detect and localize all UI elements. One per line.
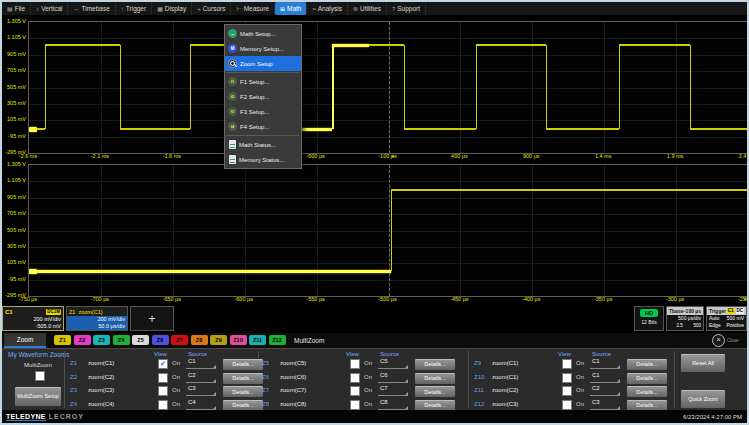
tab-z11[interactable]: Z11 [249,335,266,345]
tab-z9[interactable]: Z9 [210,335,227,345]
view-on-checkbox-z7[interactable] [350,386,360,396]
details-button-z6[interactable]: Details... [414,372,456,385]
view-on-checkbox-z4[interactable] [158,400,168,410]
channel-c1-descriptor[interactable]: C1 DC1M 200 mV/div -505.0 mV [2,306,64,331]
source-select-z10[interactable]: C1 [590,372,620,383]
zoom-waveform-grid[interactable]: 1.305 V1.105 V905 mV705 mV505 mV305 mV10… [0,164,749,305]
quick-zoom-button[interactable]: Quick Zoom [680,389,726,409]
zoom-grid-plot-area[interactable] [28,164,749,297]
tab-z10[interactable]: Z10 [230,335,247,345]
tab-zoom[interactable]: Zoom [4,333,46,348]
source-select-z2[interactable]: C2 [186,372,216,383]
tab-multizoom[interactable]: MultiZoom [294,333,324,348]
view-on-checkbox-z9[interactable] [562,359,572,369]
zoom-function-z5: zoom(C5) [280,360,306,366]
view-on-checkbox-z1[interactable]: ✔ [158,359,168,369]
view-on-checkbox-z12[interactable] [562,400,572,410]
add-trace-button[interactable]: + [130,306,174,331]
menu-item-f3-setup[interactable]: f3F3 Setup... [225,104,301,119]
multizoom-setup-button[interactable]: MultiZoom Setup [14,386,62,407]
details-button-z5[interactable]: Details... [414,358,456,371]
hd-mode-indicator[interactable]: HD 12 Bits [634,306,664,331]
x-axis-label: 900 µs [516,153,546,159]
menu-vertical[interactable]: ↕Vertical [31,2,68,15]
waveform-edge [391,190,392,271]
view-on-checkbox-z10[interactable] [562,373,572,383]
view-on-checkbox-z11[interactable] [562,386,572,396]
source-select-z12[interactable]: C3 [590,399,620,410]
tab-z5[interactable]: Z5 [132,335,149,345]
menu-math[interactable]: ⊞Math [275,2,307,15]
details-button-z2[interactable]: Details... [222,372,264,385]
menu-support[interactable]: ?Support [387,2,426,15]
details-button-z1[interactable]: Details... [222,358,264,371]
details-button-z10[interactable]: Details... [626,372,668,385]
source-select-z5[interactable]: C5 [378,358,408,369]
menu-item-math-setup[interactable]: ~Math Setup... [225,26,301,41]
menu-analysis[interactable]: ≈Analysis [307,2,348,15]
tab-z6[interactable]: Z6 [152,335,169,345]
menu-item-f2-setup[interactable]: f2F2 Setup... [225,89,301,104]
clock: 6/23/2024 4:27:00 PM [683,414,742,420]
zoom-function-z4: zoom(C4) [88,401,114,407]
details-button-z11[interactable]: Details... [626,385,668,398]
y-axis-label: -95 mV [8,276,26,282]
menu-item-math-status[interactable]: Math Status... [225,137,301,152]
menu-timebase[interactable]: ↔Timebase [68,2,115,15]
source-select-z9[interactable]: C1 [590,358,620,369]
waveform-segment [29,270,391,273]
details-button-z7[interactable]: Details... [414,385,456,398]
menu-bar: ▤File↕Vertical↔Timebase↑Trigger▦Display+… [2,2,747,15]
timebase-descriptor[interactable]: Tbase -100 µs 500 µs/div 2.5 MS 500 MS/s [666,306,704,331]
x-axis-label: -500 µs [373,296,403,302]
brand-lecroy: LECROY [49,413,84,420]
menu-item-memory-status[interactable]: Memory Status... [225,152,301,167]
tab-z3[interactable]: Z3 [93,335,110,345]
source-select-z7[interactable]: C7 [378,385,408,396]
menu-display[interactable]: ▦Display [152,2,192,15]
reset-all-button[interactable]: Reset All [680,353,726,373]
details-button-z9[interactable]: Details... [626,358,668,371]
zoom-id-z12: Z12 [474,401,484,407]
menu-item-f1-setup[interactable]: f1F1 Setup... [225,74,301,89]
menu-cursors[interactable]: +Cursors [192,2,231,15]
menu-utilities[interactable]: ⊛Utilities [348,2,387,15]
tab-z1[interactable]: Z1 [54,335,71,345]
source-select-z8[interactable]: C8 [378,399,408,410]
menu-file[interactable]: ▤File [2,2,31,15]
view-on-checkbox-z5[interactable] [350,359,360,369]
view-on-checkbox-z8[interactable] [350,400,360,410]
close-icon[interactable]: × [712,334,725,347]
tab-z12[interactable]: Z12 [269,335,286,345]
tab-z2[interactable]: Z2 [74,335,91,345]
view-on-checkbox-z6[interactable] [350,373,360,383]
support-icon: ? [392,6,395,12]
source-select-z6[interactable]: C6 [378,372,408,383]
trigger-descriptor[interactable]: Trigger C1 DC Auto 500 mV Edge Positive [706,306,747,331]
source-select-z1[interactable]: C1 [186,358,216,369]
on-label: On [364,401,372,407]
details-button-z3[interactable]: Details... [222,385,264,398]
menu-item-memory-setup[interactable]: MMemory Setup... [225,41,301,56]
view-on-checkbox-z3[interactable] [158,386,168,396]
tab-z4[interactable]: Z4 [113,335,130,345]
source-select-z4[interactable]: C4 [186,399,216,410]
x-axis-label: -100 µs [373,153,403,159]
view-on-checkbox-z2[interactable] [158,373,168,383]
top-grid-plot-area[interactable] [28,21,749,154]
menu-item-f4-setup[interactable]: f4F4 Setup... [225,119,301,134]
tab-z8[interactable]: Z8 [191,335,208,345]
menu-trigger[interactable]: ↑Trigger [116,2,152,15]
brand-logo: TELEDYNE LECROY [6,413,84,421]
multizoom-checkbox[interactable] [35,371,45,381]
source-select-z3[interactable]: C3 [186,385,216,396]
zoom-id-z1: Z1 [70,360,77,366]
source-select-z11[interactable]: C2 [590,385,620,396]
tab-z7[interactable]: Z7 [171,335,188,345]
zoom-z1-descriptor[interactable]: Z1 zoom(C1) 200 mV/div 50.0 µs/div [66,306,128,331]
menu-item-zoom-setup[interactable]: Zoom Setup [225,56,301,71]
zoom-setup-icon [228,59,237,68]
main-waveform-grid[interactable]: 1.305 V1.105 V905 mV705 mV505 mV305 mV10… [0,21,749,162]
dialog-close[interactable]: × Close [712,334,739,347]
menu-measure[interactable]: ⊢Measure [231,2,275,15]
